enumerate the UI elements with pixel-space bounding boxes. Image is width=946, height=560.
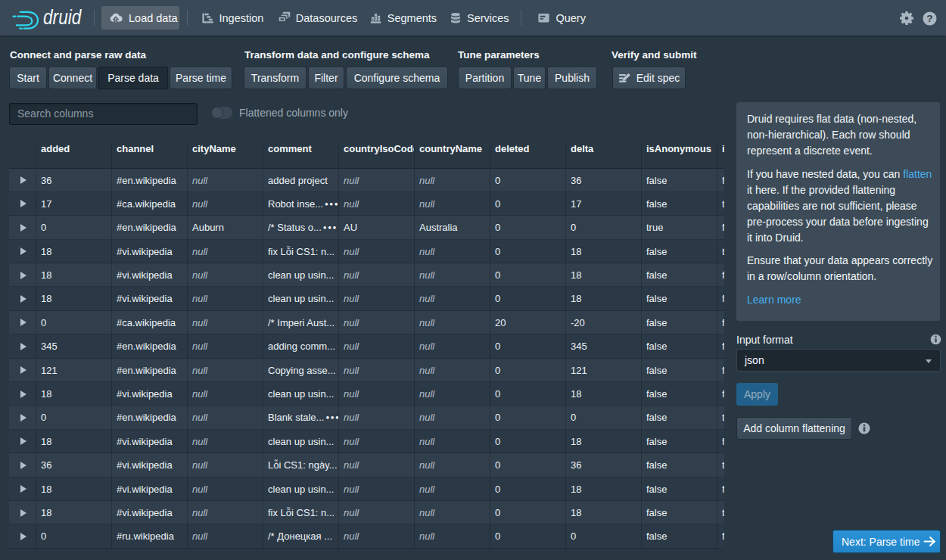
svg-text:?: ? <box>926 13 932 24</box>
